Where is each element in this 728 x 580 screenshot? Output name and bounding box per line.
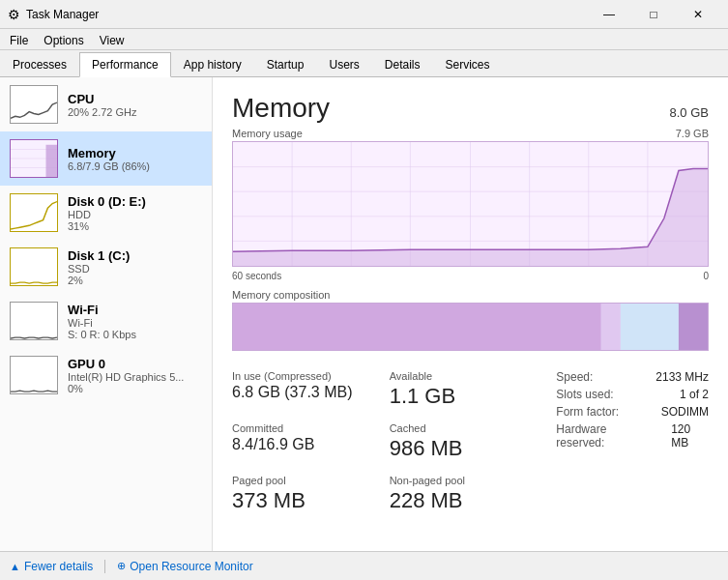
gpu-name: GPU 0 <box>68 357 202 371</box>
slots-row: Slots used: 1 of 2 <box>556 388 709 401</box>
usage-label-row: Memory usage 7.9 GB <box>232 128 709 139</box>
gpu-pct: 0% <box>68 383 202 394</box>
stat-paged-pool: Paged pool 373 MB <box>232 471 380 523</box>
title-bar: ⚙ Task Manager — □ ✕ <box>0 0 728 29</box>
gpu-thumbnail <box>10 356 58 394</box>
hw-reserved-value: 120 MB <box>671 422 709 450</box>
usage-max: 7.9 GB <box>676 128 709 139</box>
wifi-name: Wi-Fi <box>68 303 202 317</box>
available-value: 1.1 GB <box>390 384 538 409</box>
wifi-thumbnail <box>10 302 58 340</box>
menu-bar: File Options View <box>0 29 728 50</box>
disk1-info: Disk 1 (C:) SSD 2% <box>68 248 202 286</box>
memory-sub: 6.8/7.9 GB (86%) <box>68 160 202 172</box>
disk1-sub: SSD <box>68 263 202 275</box>
paged-pool-value: 373 MB <box>232 488 380 513</box>
chevron-down-icon: ▲ <box>10 561 20 572</box>
sidebar-item-disk1[interactable]: Disk 1 (C:) SSD 2% <box>0 240 212 294</box>
form-factor-value: SODIMM <box>661 405 709 419</box>
stat-in-use: In use (Compressed) 6.8 GB (37.3 MB) <box>232 366 380 419</box>
minimize-button[interactable]: — <box>587 0 631 29</box>
committed-label: Committed <box>232 422 380 434</box>
tab-details[interactable]: Details <box>372 51 433 76</box>
hw-reserved-label: Hardware reserved: <box>556 422 652 450</box>
memory-name: Memory <box>68 146 202 160</box>
bottom-bar: ▲ Fewer details ⊕ Open Resource Monitor <box>0 551 728 580</box>
sidebar: CPU 20% 2.72 GHz Memory 6.8/7.9 GB ( <box>0 77 213 551</box>
in-use-value: 6.8 GB (37.3 MB) <box>232 384 380 401</box>
time-labels: 60 seconds 0 <box>232 271 709 281</box>
detail-title-row: Memory 8.0 GB <box>232 93 709 124</box>
detail-panel: Memory 8.0 GB Memory usage 7.9 GB <box>213 77 728 551</box>
stat-committed: Committed 8.4/16.9 GB <box>232 419 380 471</box>
disk1-pct: 2% <box>68 275 202 286</box>
gpu-info: GPU 0 Intel(R) HD Graphics 5... 0% <box>68 357 202 394</box>
monitor-icon: ⊕ <box>117 560 126 572</box>
close-button[interactable]: ✕ <box>676 0 720 29</box>
disk0-sub: HDD <box>68 209 202 220</box>
svg-rect-17 <box>233 304 601 350</box>
disk1-thumbnail <box>10 247 58 286</box>
stat-cached: Cached 986 MB <box>390 419 538 471</box>
tab-users[interactable]: Users <box>316 51 371 76</box>
title-bar-left: ⚙ Task Manager <box>8 7 99 22</box>
cpu-sub: 20% 2.72 GHz <box>68 106 202 118</box>
composition-label: Memory composition <box>232 289 709 301</box>
speed-label: Speed: <box>556 370 593 384</box>
stat-available: Available 1.1 GB <box>390 366 538 419</box>
speed-row: Speed: 2133 MHz <box>556 370 709 384</box>
sidebar-item-cpu[interactable]: CPU 20% 2.72 GHz <box>0 77 212 131</box>
svg-rect-20 <box>679 304 708 350</box>
tab-processes[interactable]: Processes <box>0 51 79 76</box>
tab-bar: Processes Performance App history Startu… <box>0 50 728 77</box>
committed-value: 8.4/16.9 GB <box>232 436 380 453</box>
sidebar-item-gpu[interactable]: GPU 0 Intel(R) HD Graphics 5... 0% <box>0 348 212 402</box>
slots-label: Slots used: <box>556 388 613 401</box>
memory-info: Memory 6.8/7.9 GB (86%) <box>68 146 202 172</box>
tab-services[interactable]: Services <box>433 51 503 76</box>
maximize-button[interactable]: □ <box>631 0 676 29</box>
gpu-sub: Intel(R) HD Graphics 5... <box>68 371 202 383</box>
sidebar-item-disk0[interactable]: Disk 0 (D: E:) HDD 31% <box>0 186 212 240</box>
tab-performance[interactable]: Performance <box>79 52 171 77</box>
tab-app-history[interactable]: App history <box>171 51 254 76</box>
speed-value: 2133 MHz <box>655 370 709 384</box>
cached-value: 986 MB <box>390 436 538 461</box>
disk0-thumbnail <box>10 193 58 232</box>
in-use-label: In use (Compressed) <box>232 370 380 382</box>
tab-startup[interactable]: Startup <box>254 51 317 76</box>
open-resource-monitor-link[interactable]: ⊕ Open Resource Monitor <box>117 560 252 573</box>
right-stats: Speed: 2133 MHz Slots used: 1 of 2 Form … <box>537 366 709 523</box>
menu-options[interactable]: Options <box>38 31 89 47</box>
main-content: CPU 20% 2.72 GHz Memory 6.8/7.9 GB ( <box>0 77 728 551</box>
time-start: 60 seconds <box>232 271 281 281</box>
svg-rect-19 <box>621 304 679 350</box>
disk0-pct: 31% <box>68 220 202 232</box>
menu-view[interactable]: View <box>94 31 131 47</box>
memory-composition-bar <box>232 303 709 351</box>
stat-non-paged-pool: Non-paged pool 228 MB <box>390 471 538 523</box>
svg-rect-18 <box>601 304 621 350</box>
cached-label: Cached <box>390 422 538 434</box>
wifi-pct: S: 0 R: 0 Kbps <box>68 329 202 340</box>
memory-usage-graph <box>232 141 709 267</box>
fewer-details-link[interactable]: ▲ Fewer details <box>10 560 93 573</box>
memory-thumbnail <box>10 139 58 178</box>
wifi-info: Wi-Fi Wi-Fi S: 0 R: 0 Kbps <box>68 303 202 340</box>
time-end: 0 <box>703 271 709 281</box>
usage-label: Memory usage <box>232 128 303 139</box>
sidebar-item-wifi[interactable]: Wi-Fi Wi-Fi S: 0 R: 0 Kbps <box>0 294 212 348</box>
bottom-divider <box>104 560 105 573</box>
wifi-sub: Wi-Fi <box>68 317 202 329</box>
paged-pool-label: Paged pool <box>232 475 380 486</box>
disk1-name: Disk 1 (C:) <box>68 248 202 263</box>
cpu-name: CPU <box>68 92 202 106</box>
menu-file[interactable]: File <box>4 31 34 47</box>
sidebar-item-memory[interactable]: Memory 6.8/7.9 GB (86%) <box>0 131 212 186</box>
cpu-thumbnail <box>10 85 58 124</box>
svg-marker-4 <box>45 145 57 177</box>
hw-reserved-row: Hardware reserved: 120 MB <box>556 422 709 450</box>
form-factor-label: Form factor: <box>556 405 619 419</box>
available-label: Available <box>390 370 538 382</box>
open-monitor-label: Open Resource Monitor <box>130 560 252 573</box>
